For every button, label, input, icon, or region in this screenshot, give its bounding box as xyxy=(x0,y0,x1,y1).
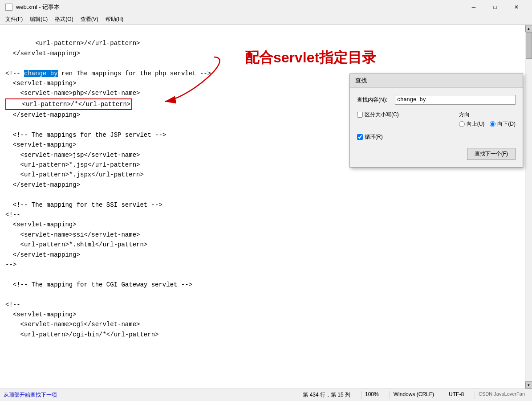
direction-group: 方向 向上(U) 向下(D) xyxy=(459,111,516,128)
line-1: <url-pattern>/</url-pattern> xyxy=(20,40,140,47)
wrap-option: 循环(R) xyxy=(357,133,516,141)
menu-edit[interactable]: 编辑(E) xyxy=(26,15,51,24)
line-15: </servlet-mapping> xyxy=(5,181,80,188)
watermark-text: CSDN JavaLoverFan xyxy=(475,391,528,399)
status-bar: 从顶部开始查找下一项 第 434 行，第 15 列 100% Windows (… xyxy=(0,389,532,401)
menu-view[interactable]: 查看(V) xyxy=(77,15,102,24)
wrap-label: 循环(R) xyxy=(365,133,383,141)
menu-format[interactable]: 格式(O) xyxy=(51,15,77,24)
find-options-row: 区分大小写(C) 方向 向上(U) 向下(D) xyxy=(357,111,516,128)
line-27: <!-- xyxy=(5,301,20,308)
line-28: <servlet-mapping> xyxy=(5,311,77,318)
scroll-down-button[interactable]: ▼ xyxy=(525,381,532,389)
find-dialog-title: 查找 xyxy=(350,74,523,88)
direction-label: 方向 xyxy=(459,111,470,119)
app-icon xyxy=(5,4,12,11)
status-right: 第 434 行，第 15 列 100% Windows (CRLF) UTF-8… xyxy=(299,391,528,399)
close-button[interactable]: ✕ xyxy=(506,0,527,14)
menu-file[interactable]: 文件(F) xyxy=(2,15,26,24)
title-bar: web.xml - 记事本 ─ □ ✕ xyxy=(0,0,532,14)
wrap-checkbox[interactable] xyxy=(357,134,363,140)
line-7-boxed: <url-pattern>/*</url-pattern> xyxy=(5,98,132,110)
find-search-input[interactable] xyxy=(395,95,516,105)
find-next-button[interactable]: 查找下一个(F) xyxy=(467,148,516,160)
line-10: <!-- The mappings for the JSP servlet --… xyxy=(5,131,166,139)
direction-down-label: 向下(D) xyxy=(497,120,516,128)
line-20: <servlet-name>ssi</servlet-name> xyxy=(5,231,140,238)
find-buttons: 查找下一个(F) xyxy=(357,148,516,160)
line-5: <servlet-mapping> xyxy=(5,80,77,87)
case-sensitive-checkbox[interactable] xyxy=(357,112,363,118)
scroll-up-button[interactable]: ▲ xyxy=(525,25,532,32)
line-13: <url-pattern>*.jsp</url-pattern> xyxy=(5,161,140,168)
line-29: <servlet-name>cgi</servlet-name> xyxy=(5,321,140,328)
menu-bar: 文件(F) 编辑(E) 格式(O) 查看(V) 帮助(H) xyxy=(0,14,532,25)
line-2: </servlet-mapping> xyxy=(5,50,80,57)
find-dialog: 查找 查找内容(N): 区分大小写(C) 方向 向上(U) xyxy=(349,74,523,168)
direction-down-option: 向下(D) xyxy=(490,120,516,128)
line-14: <url-pattern>*.jspx</url-pattern> xyxy=(5,171,144,178)
status-find-text[interactable]: 从顶部开始查找下一项 xyxy=(4,391,57,399)
find-search-row: 查找内容(N): xyxy=(357,95,516,105)
line-21: <url-pattern>*.shtml</url-pattern> xyxy=(5,241,147,248)
case-sensitive-option: 区分大小写(C) xyxy=(357,111,399,119)
case-sensitive-label: 区分大小写(C) xyxy=(365,111,399,119)
line-4: <!-- change by ren The mappings for the … xyxy=(5,70,211,77)
find-search-label: 查找内容(N): xyxy=(357,96,395,104)
direction-up-label: 向上(U) xyxy=(467,120,485,128)
direction-options: 向上(U) 向下(D) xyxy=(459,120,516,128)
window-title: web.xml - 记事本 xyxy=(16,3,60,11)
menu-help[interactable]: 帮助(H) xyxy=(102,15,127,24)
scroll-track[interactable] xyxy=(525,32,532,381)
status-position: 第 434 行，第 15 列 xyxy=(299,391,354,399)
line-22: </servlet-mapping> xyxy=(5,251,80,258)
line-23: --> xyxy=(5,261,16,268)
find-dialog-body: 查找内容(N): 区分大小写(C) 方向 向上(U) 向下(D) xyxy=(350,88,523,167)
window-controls: ─ □ ✕ xyxy=(463,0,527,14)
minimize-button[interactable]: ─ xyxy=(463,0,484,14)
direction-up-radio[interactable] xyxy=(459,121,465,127)
direction-down-radio[interactable] xyxy=(490,121,495,127)
vertical-scrollbar[interactable]: ▲ ▼ xyxy=(525,25,532,389)
line-19: <servlet-mapping> xyxy=(5,221,77,228)
line-6: <servlet-name>php</servlet-name> xyxy=(5,90,140,97)
status-encoding: Windows (CRLF) xyxy=(390,391,438,399)
line-17: <!-- The mapping for the SSI servlet --> xyxy=(5,201,162,209)
scroll-thumb[interactable] xyxy=(526,32,532,59)
line-11: <servlet-mapping> xyxy=(5,141,77,148)
maximize-button[interactable]: □ xyxy=(485,0,505,14)
status-charset: UTF-8 xyxy=(445,391,467,399)
line-30: <url-pattern>/cgi-bin/*</url-pattern> xyxy=(5,331,158,338)
line-8: </servlet-mapping> xyxy=(5,111,80,119)
line-18: <!-- xyxy=(5,211,20,218)
line-12: <servlet-name>jsp</servlet-name> xyxy=(5,151,140,159)
line-25: <!-- The mapping for the CGI Gateway ser… xyxy=(5,281,192,288)
direction-up-option: 向上(U) xyxy=(459,120,485,128)
status-zoom: 100% xyxy=(361,391,382,399)
